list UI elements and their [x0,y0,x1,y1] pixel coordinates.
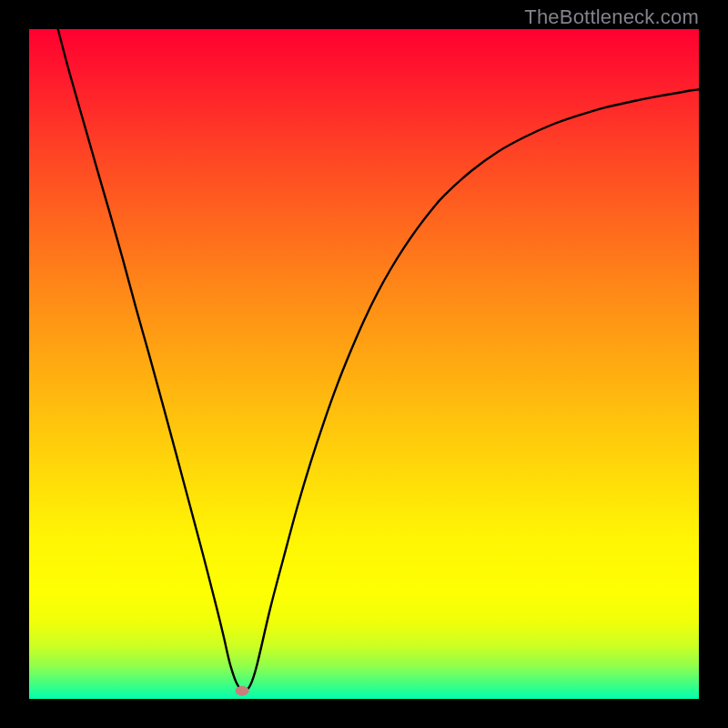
chart-background [29,29,699,699]
watermark-text: TheBottleneck.com [524,5,699,29]
marker-dot [236,686,249,696]
chart-plot-area [29,29,699,699]
chart-svg [29,29,699,699]
